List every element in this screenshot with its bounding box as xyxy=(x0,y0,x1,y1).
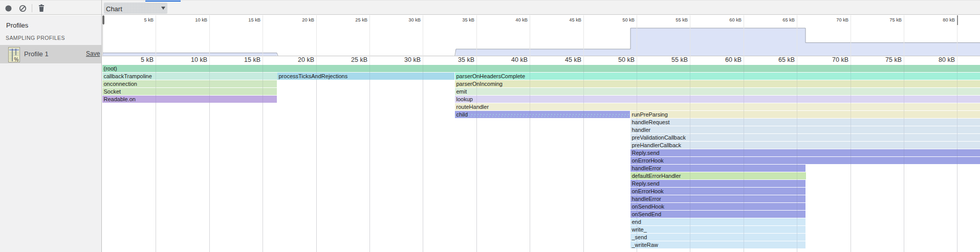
svg-text:%: % xyxy=(14,57,19,62)
